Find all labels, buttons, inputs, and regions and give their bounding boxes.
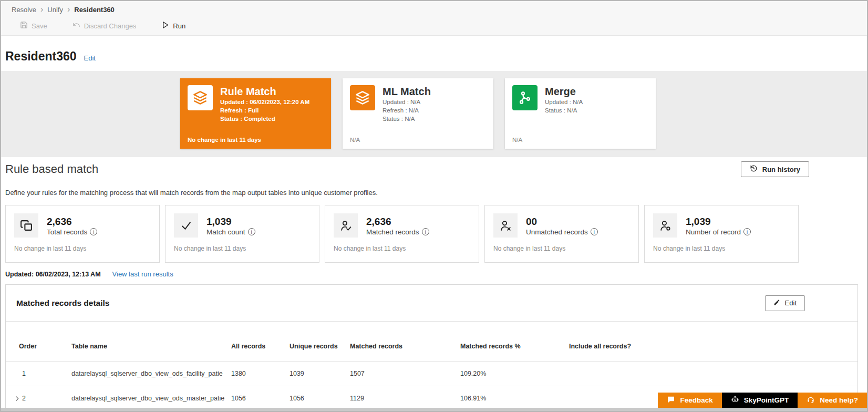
breadcrumb-unify[interactable]: Unify xyxy=(47,6,63,14)
page-title-edit-link[interactable]: Edit xyxy=(84,54,96,62)
pencil-icon xyxy=(773,299,780,307)
chat-icon xyxy=(667,395,675,405)
save-button[interactable]: Save xyxy=(17,19,50,33)
row-matched-records-pct: 109.20% xyxy=(460,370,569,377)
table-row[interactable]: 1 datarelaysql_sqlserver_dbo_view_ods_fa… xyxy=(6,362,857,386)
info-icon[interactable] xyxy=(591,228,598,235)
section-title: Rule based match xyxy=(5,162,98,176)
stat-label: Number of record xyxy=(686,228,741,236)
expand-chevron-icon[interactable] xyxy=(14,395,22,402)
chevron-right-icon xyxy=(67,5,70,14)
rule-match-footer: No change in last 11 days xyxy=(188,137,324,143)
pipeline-cards-band: Rule Match Updated : 06/02/2023, 12:20 A… xyxy=(1,71,867,157)
view-last-run-results-link[interactable]: View last run results xyxy=(112,270,173,278)
chevron-right-icon xyxy=(40,5,43,14)
feedback-button[interactable]: Feedback xyxy=(658,393,721,408)
row-all-records: 1056 xyxy=(231,395,290,402)
play-icon xyxy=(161,21,169,30)
app-window: Resolve Unify Resident360 Save Discard C… xyxy=(0,0,868,412)
layers-icon xyxy=(188,85,213,110)
col-include-all-records: Include all records? xyxy=(569,343,857,350)
need-help-button[interactable]: Need help? xyxy=(798,393,867,408)
save-icon xyxy=(20,21,28,30)
stat-matched-records: 2,636 Matched records No change in last … xyxy=(325,205,479,263)
stat-label: Matched records xyxy=(366,228,419,236)
row-all-records: 1380 xyxy=(231,370,290,377)
page-title-row: Resident360 Edit xyxy=(1,36,867,64)
row-unique-records: 1039 xyxy=(290,370,350,377)
col-matched-records: Matched records xyxy=(350,343,460,350)
stat-label: Match count xyxy=(206,228,245,236)
stat-label: Total records xyxy=(47,228,87,236)
horizontal-scrollbar[interactable] xyxy=(1,408,867,411)
toolbar: Save Discard Changes Run xyxy=(1,15,867,33)
stat-unmatched-records: 00 Unmatched records No change in last 1… xyxy=(484,205,639,263)
merge-footer: N/A xyxy=(512,137,648,143)
ml-match-updated: Updated : N/A xyxy=(383,98,431,106)
skypointgpt-button[interactable]: SkyPointGPT xyxy=(722,393,798,408)
stat-label: Unmatched records xyxy=(526,228,588,236)
merge-icon xyxy=(512,85,538,110)
col-table-name: Table name xyxy=(71,343,231,350)
ml-match-status: Status : N/A xyxy=(383,115,431,123)
merge-updated: Updated : N/A xyxy=(545,98,583,106)
history-icon xyxy=(750,164,758,174)
breadcrumb-current: Resident360 xyxy=(74,6,115,14)
row-matched-records: 1129 xyxy=(350,395,460,402)
records-icon xyxy=(14,213,38,238)
page-title: Resident360 xyxy=(5,49,77,64)
ml-match-footer: N/A xyxy=(350,137,486,143)
run-button[interactable]: Run xyxy=(158,19,189,33)
info-icon[interactable] xyxy=(743,228,751,235)
footer-buttons: Feedback SkyPointGPT Need help? xyxy=(658,393,867,408)
merge-title: Merge xyxy=(545,85,583,98)
stat-footer: No change in last 11 days xyxy=(334,245,470,252)
run-history-button[interactable]: Run history xyxy=(741,161,809,177)
col-all-records: All records xyxy=(231,343,290,350)
stat-footer: No change in last 11 days xyxy=(653,245,790,252)
breadcrumb-resolve[interactable]: Resolve xyxy=(12,6,36,14)
row-table-name: datarelaysql_sqlserver_dbo_view_ods_faci… xyxy=(71,370,231,377)
person-search-icon xyxy=(653,213,677,238)
skypointgpt-label: SkyPointGPT xyxy=(744,396,789,404)
robot-icon xyxy=(731,395,739,405)
feedback-label: Feedback xyxy=(680,396,712,404)
edit-button[interactable]: Edit xyxy=(765,295,805,311)
top-bar: Resolve Unify Resident360 Save Discard C… xyxy=(1,1,867,36)
layers-icon xyxy=(350,85,375,110)
info-icon[interactable] xyxy=(248,228,255,235)
col-matched-records-pct: Matched records % xyxy=(460,343,569,350)
ml-match-refresh: Refresh : N/A xyxy=(383,106,431,115)
run-history-label: Run history xyxy=(762,166,800,173)
info-icon[interactable] xyxy=(422,228,429,235)
row-matched-records: 1507 xyxy=(350,370,460,377)
breadcrumb: Resolve Unify Resident360 xyxy=(1,1,867,15)
stat-footer: No change in last 11 days xyxy=(174,245,311,252)
stat-total-records: 2,636 Total records No change in last 11… xyxy=(5,205,160,263)
person-x-icon xyxy=(493,213,518,238)
ml-match-title: ML Match xyxy=(383,85,431,98)
stat-value: 00 xyxy=(526,215,598,228)
rule-match-updated: Updated : 06/02/2023, 12:20 AM xyxy=(220,98,309,106)
merge-card[interactable]: Merge Updated : N/A Status : N/A N/A xyxy=(505,78,656,149)
info-icon[interactable] xyxy=(90,228,97,235)
rule-section-header: Rule based match Run history xyxy=(5,161,809,177)
discard-changes-label: Discard Changes xyxy=(84,22,137,30)
stat-footer: No change in last 11 days xyxy=(14,245,151,252)
undo-icon xyxy=(73,21,80,30)
ml-match-card[interactable]: ML Match Updated : N/A Refresh : N/A Sta… xyxy=(343,78,493,149)
row-matched-records-pct: 106.91% xyxy=(460,395,569,402)
edit-label: Edit xyxy=(785,299,797,307)
stat-number-of-record: 1,039 Number of record No change in last… xyxy=(644,205,799,263)
rule-match-status: Status : Completed xyxy=(220,115,309,123)
rule-match-card[interactable]: Rule Match Updated : 06/02/2023, 12:20 A… xyxy=(180,78,331,149)
panel-title: Matched records details xyxy=(16,298,109,308)
stat-value: 2,636 xyxy=(366,215,429,228)
stat-footer: No change in last 11 days xyxy=(493,245,630,252)
last-run-row: Updated: 06/02/2023, 12:13 AM View last … xyxy=(5,270,867,278)
rule-match-refresh: Refresh : Full xyxy=(220,106,309,115)
discard-changes-button[interactable]: Discard Changes xyxy=(69,19,140,33)
check-icon xyxy=(174,213,198,238)
stat-match-count: 1,039 Match count No change in last 11 d… xyxy=(165,205,319,263)
col-order: Order xyxy=(14,343,71,350)
